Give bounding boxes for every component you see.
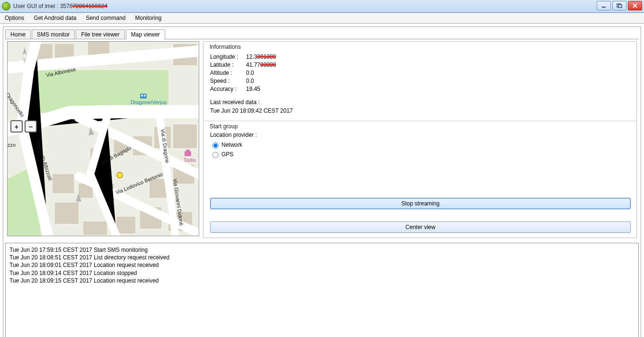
poi-bus-label: Dragone/Verjus	[131, 99, 167, 105]
poi-shop-label: Todis	[184, 157, 196, 163]
svg-rect-19	[116, 217, 135, 233]
speed-label: Speed :	[210, 78, 244, 84]
tab-home[interactable]: Home	[5, 29, 31, 39]
latitude-value: 41.7700000	[246, 62, 276, 68]
close-button[interactable]	[628, 1, 642, 10]
log-line: Tue Jun 20 17:59:15 CEST 2017 Start SMS …	[9, 246, 635, 254]
svg-rect-0	[602, 7, 606, 8]
window-title-prefix: User GUI of imei :	[13, 3, 60, 9]
radio-gps-label: GPS	[221, 151, 233, 158]
window-title: User GUI of imei : 357872064156624	[13, 3, 107, 9]
altitude-value: 0.0	[246, 70, 254, 76]
menu-options[interactable]: Options	[2, 14, 27, 22]
start-group-legend: Start group	[208, 123, 239, 130]
svg-rect-9	[173, 124, 197, 148]
map-canvas: Dragone/Verjus Todis Via Albonese Dragon…	[8, 42, 199, 236]
accuracy-label: Accuracy :	[210, 86, 244, 92]
info-panel: Informations Longitude : 12.3391089 Lati…	[203, 41, 637, 238]
log-line: Tue Jun 20 18:09:14 CEST 2017 Location s…	[9, 269, 635, 277]
stop-streaming-button[interactable]: Stop streaming	[210, 198, 631, 209]
maximize-button[interactable]	[612, 1, 626, 10]
longitude-value: 12.3391089	[246, 53, 276, 60]
log-line: Tue Jun 20 18:08:51 CEST 2017 List direc…	[9, 254, 635, 261]
svg-rect-28	[144, 95, 146, 97]
radio-network-label: Network	[221, 142, 242, 148]
close-icon	[632, 3, 638, 8]
latitude-label: Latitude :	[210, 62, 244, 68]
svg-marker-39	[23, 57, 26, 64]
menubar: Options Get Android data Send command Mo…	[0, 13, 644, 24]
altitude-label: Altitude :	[210, 70, 244, 76]
tab-map-viewer[interactable]: Map viewer	[126, 29, 165, 39]
tab-body: Dragone/Verjus Todis Via Albonese Dragon…	[5, 39, 639, 240]
window-imei-redacted: 72064156624	[72, 3, 107, 9]
log-line: Tue Jun 20 18:09:01 CEST 2017 Location r…	[9, 261, 635, 269]
menu-send-command[interactable]: Send command	[83, 14, 128, 22]
accuracy-value: 19.45	[246, 86, 260, 92]
log-line: Tue Jun 20 18:09:15 CEST 2017 Location r…	[9, 277, 635, 284]
tab-sms-monitor[interactable]: SMS monitor	[32, 29, 75, 39]
content-frame: Home SMS monitor File tree viewer Map vi…	[3, 27, 641, 337]
tab-strip: Home SMS monitor File tree viewer Map vi…	[3, 27, 641, 39]
zoom-out-button[interactable]: −	[25, 120, 37, 133]
minimize-button[interactable]	[597, 1, 611, 10]
informations-legend: Informations	[208, 44, 242, 50]
svg-marker-38	[23, 47, 26, 55]
radio-gps[interactable]	[212, 152, 219, 158]
svg-rect-13	[55, 203, 79, 224]
svg-rect-29	[185, 151, 191, 156]
speed-value: 0.0	[246, 78, 254, 84]
svg-text:zzo: zzo	[8, 142, 16, 148]
zoom-in-button[interactable]: +	[10, 120, 23, 133]
svg-rect-2	[618, 5, 622, 8]
maximize-icon	[617, 3, 622, 8]
location-marker-icon	[117, 172, 123, 178]
app-icon	[2, 2, 10, 10]
last-received-value: Tue Jun 20 18:09:42 CEST 2017	[210, 107, 630, 114]
titlebar: User GUI of imei : 357872064156624	[0, 0, 644, 13]
longitude-label: Longitude :	[210, 53, 244, 60]
log-panel[interactable]: Tue Jun 20 17:59:15 CEST 2017 Start SMS …	[5, 243, 639, 337]
radio-network[interactable]	[212, 142, 219, 149]
svg-rect-27	[141, 95, 143, 97]
window-imei-visible: 3578	[60, 3, 73, 9]
zoom-controls: + −	[10, 120, 37, 133]
svg-rect-10	[53, 174, 74, 193]
location-provider-label: Location provider :	[210, 132, 630, 138]
center-view-button[interactable]: Center view	[210, 222, 631, 233]
minimize-icon	[601, 3, 607, 8]
informations-group: Informations Longitude : 12.3391089 Lati…	[203, 42, 636, 121]
north-arrow-icon	[20, 46, 29, 65]
tab-file-tree-viewer[interactable]: File tree viewer	[76, 29, 124, 39]
menu-get-android-data[interactable]: Get Android data	[31, 14, 79, 22]
menu-monitoring[interactable]: Monitoring	[132, 14, 164, 22]
radio-gps-row[interactable]: GPS	[210, 151, 630, 158]
svg-rect-18	[83, 222, 107, 235]
last-received-label: Last received data :	[210, 99, 630, 106]
map-panel[interactable]: Dragone/Verjus Todis Via Albonese Dragon…	[7, 41, 199, 236]
radio-network-row[interactable]: Network	[210, 141, 630, 149]
window-controls	[597, 1, 642, 10]
start-group: Start group Location provider : Network …	[203, 121, 636, 167]
